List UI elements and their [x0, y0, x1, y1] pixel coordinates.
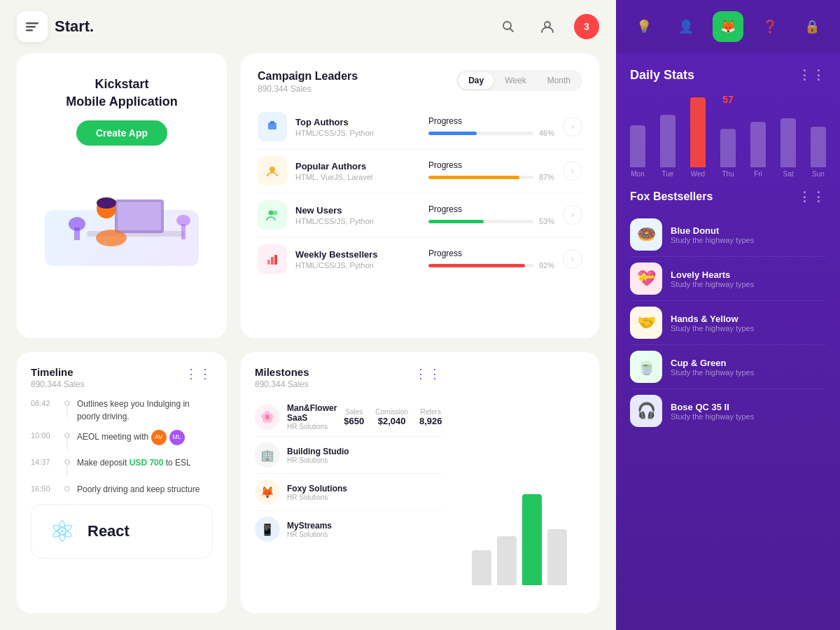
fox-bestseller-item[interactable]: 🤝 Hands & Yellow Study the highway types [630, 301, 826, 345]
milestone-rows: 🌸 Man&Flower SaaS HR Solutions Sales $65… [255, 398, 442, 547]
milestone-bar [522, 494, 542, 585]
fox-bestseller-item[interactable]: 🎧 Bose QC 35 II Study the highway types [630, 389, 826, 433]
logo-text: Start. [55, 18, 94, 36]
chart-bar [720, 129, 736, 167]
chart-day-label: Thu [722, 170, 734, 178]
progress-bar-wrap: 53% [428, 217, 554, 225]
campaign-row: Popular Authors HTML, VueJS, Laravel Pro… [258, 149, 582, 193]
row-arrow[interactable]: › [563, 205, 582, 225]
chart-bar-col: Sat [780, 118, 796, 178]
svg-point-19 [269, 211, 274, 216]
svg-rect-8 [118, 202, 161, 230]
fox-sub: Study the highway types [671, 324, 754, 332]
row-icon [258, 244, 287, 274]
progress-bar-bg [428, 220, 533, 223]
create-app-button[interactable]: Create App [76, 120, 167, 146]
chart-bar [630, 125, 645, 167]
ms-info: Foxy Solutions HR Solutions [287, 484, 347, 501]
campaign-title: Campaign Leaders [258, 70, 358, 83]
milestone-row: 🏢 Building Studio HR Solutions [255, 437, 442, 474]
chart-day-label: Fri [754, 170, 762, 178]
milestones-menu[interactable]: ⋮⋮ [414, 366, 442, 382]
notification-badge[interactable]: 3 [574, 14, 599, 39]
tl-dot [64, 433, 70, 438]
tl-dot [64, 486, 70, 491]
chart-bar [660, 115, 676, 167]
fox-bestseller-item[interactable]: 🍵 Cup & Green Study the highway types [630, 345, 826, 389]
milestones-header: Milestones 890,344 Sales ⋮⋮ [255, 366, 442, 389]
lock-icon[interactable]: 🔒 [797, 11, 827, 42]
tl-text: AEOL meeting with AV ML [77, 430, 185, 445]
tl-time: 10:00 [31, 431, 57, 440]
daily-stats-title-text: Daily Stats [630, 68, 694, 83]
lightbulb-icon[interactable]: 💡 [629, 11, 659, 42]
illustration [45, 161, 199, 266]
right-sidebar: 💡👤🦊❓🔒 Daily Stats ⋮⋮ 57 Mon Tue Wed Thu … [616, 0, 840, 630]
tl-dot-wrap [64, 459, 70, 476]
row-tags: HTML, VueJS, Laravel [295, 173, 420, 181]
progress-bar-fill [428, 264, 525, 267]
row-arrow[interactable]: › [563, 117, 582, 136]
fox-icon[interactable]: 🦊 [713, 11, 743, 42]
content-grid: Kickstart Mobile Application Create App [0, 53, 616, 630]
tl-dot-wrap [64, 486, 70, 491]
progress-label: Progress [428, 160, 554, 170]
campaign-header-text: Campaign Leaders 890,344 Sales [258, 70, 358, 94]
chart-bar [780, 118, 796, 167]
chart-bar-col: Wed [690, 97, 706, 178]
timeline-menu[interactable]: ⋮⋮ [185, 366, 213, 382]
row-arrow[interactable]: › [563, 249, 582, 269]
tl-time: 08:42 [31, 399, 57, 407]
tl-dot-wrap [64, 433, 70, 449]
milestone-row: 🌸 Man&Flower SaaS HR Solutions Sales $65… [255, 398, 442, 437]
fox-items: 🍩 Blue Donut Study the highway types 💝 L… [630, 213, 826, 433]
tab-month[interactable]: Month [538, 72, 580, 89]
svg-line-4 [510, 29, 514, 32]
fox-name: Blue Donut [671, 225, 754, 236]
ms-info: MyStreams HR Solutions [287, 521, 332, 538]
svg-rect-0 [26, 22, 38, 24]
milestones-header-text: Milestones 890,344 Sales [255, 366, 309, 389]
svg-point-9 [96, 230, 127, 246]
ms-category: HR Solutions [287, 423, 337, 430]
ms-bar-fill [497, 536, 517, 585]
daily-stats-menu[interactable]: ⋮⋮ [798, 67, 826, 83]
tl-dot-wrap [64, 400, 70, 417]
timeline-item: 14:37 Make deposit USD 700 to ESL [31, 456, 213, 476]
tl-line [66, 438, 68, 449]
progress-label: Progress [428, 116, 554, 126]
svg-rect-21 [267, 260, 270, 265]
fox-info: Blue Donut Study the highway types [671, 225, 754, 244]
question-icon[interactable]: ❓ [755, 11, 785, 42]
ms-bar-fill [547, 529, 567, 585]
chart-bar [811, 127, 826, 167]
milestone-row: 🦊 Foxy Solutions HR Solutions [255, 474, 442, 511]
tab-day[interactable]: Day [458, 72, 493, 89]
row-arrow[interactable]: › [563, 161, 582, 181]
fox-bestseller-item[interactable]: 💝 Lovely Hearts Study the highway types [630, 257, 826, 301]
row-info: New Users HTML/CSS/JS, Python [295, 205, 420, 225]
fox-bestseller-item[interactable]: 🍩 Blue Donut Study the highway types [630, 213, 826, 257]
row-name: New Users [295, 205, 420, 216]
main-area: Start. 3 Kickstart Mobile Applic [0, 0, 616, 630]
tl-time: 16:50 [31, 484, 57, 493]
svg-rect-14 [181, 224, 186, 239]
sidebar-content: Daily Stats ⋮⋮ 57 Mon Tue Wed Thu Fri Sa… [616, 53, 840, 630]
progress-bar-fill [428, 220, 484, 223]
milestones-title: Milestones [255, 366, 309, 378]
tab-week[interactable]: Week [495, 72, 536, 89]
ms-info: Building Studio HR Solutions [287, 447, 349, 464]
user-icon[interactable] [535, 14, 560, 39]
fox-sub: Study the highway types [671, 280, 754, 288]
fox-name: Lovely Hearts [671, 270, 754, 280]
ms-stat-commission: Comission $2,040 [375, 408, 408, 426]
ms-icon: 🏢 [255, 442, 280, 468]
person-icon[interactable]: 👤 [671, 11, 701, 42]
progress-pct: 53% [539, 217, 554, 225]
row-icon [258, 156, 287, 186]
milestone-bar [497, 536, 517, 585]
search-icon[interactable] [496, 14, 521, 39]
timeline-item: 10:00 AEOL meeting with AV ML [31, 430, 213, 449]
progress-section: Progress 53% [428, 204, 554, 225]
fox-menu[interactable]: ⋮⋮ [798, 189, 826, 204]
